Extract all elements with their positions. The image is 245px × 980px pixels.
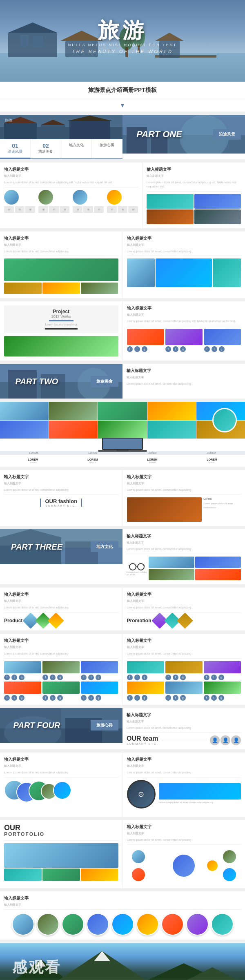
slide-part-four: PART FOUR 旅游心得 输入标题文字 输入副题文字 Lorem ipsum… — [0, 708, 245, 749]
fashion-left-title: 输入标题文字 — [4, 474, 118, 480]
col-left-landscape: 输入标题文字 输入副题文字 Lorem ipsum dolor sit amet… — [0, 232, 123, 298]
grid-photo-4 — [194, 209, 241, 224]
social-icon-1: f — [127, 346, 133, 352]
part-four-right: 输入标题文字 输入副题文字 Lorem ipsum dolor sit amet… — [122, 708, 245, 749]
part-four-right-title: 输入标题文字 — [127, 712, 241, 718]
sg2-s7: f — [204, 675, 209, 680]
watch-info-text: Lorem ipsum dolor sit amet consectetur a… — [159, 801, 241, 805]
grid-photo-3 — [147, 209, 194, 224]
project-bar — [49, 320, 74, 321]
diamond-6 — [177, 612, 193, 629]
slide-collage: LOREM LOREM LOREM LOREM LOREM ipsum LORE… — [0, 402, 245, 467]
social-icons-c: f t g — [204, 346, 241, 352]
big-circle-3 — [62, 913, 84, 935]
collage-4 — [147, 402, 196, 420]
mountain-right-text: Lorem ipsum dolor sit amet, consectetur … — [127, 771, 241, 775]
col-right-photos: 输入标题文字 输入副题文字 Lorem ipsum dolor sit amet… — [143, 163, 245, 228]
lorem-text-colosseum: Lorem — [203, 497, 241, 500]
sg2-s1: f — [127, 675, 133, 680]
sg2-social-4: f t g — [127, 695, 164, 701]
icon-box-12: ⊞ — [128, 206, 138, 213]
sg2-social-1: f t g — [127, 675, 164, 680]
social-grid-right: 输入标题文字 输入副题文字 Lorem ipsum dolor sit amet… — [123, 634, 245, 705]
social-icon-7: f — [204, 346, 210, 352]
sg-photo-2 — [42, 661, 80, 673]
sg-s11: t — [11, 695, 17, 701]
sg-s14: t — [50, 695, 56, 701]
team-person-icons: 👤 👤 👤 — [210, 735, 241, 745]
label-c-sub: ipsum — [147, 461, 157, 463]
nav-tab-2[interactable]: 02 旅途美食 — [31, 139, 61, 158]
sg-item-1: f t g — [4, 661, 41, 680]
social-icon-4: f — [165, 346, 171, 352]
collage-label-4: LOREM — [207, 452, 216, 454]
social-icon-9: g — [219, 346, 225, 352]
sg2-s4: f — [165, 675, 171, 680]
svg-rect-21 — [69, 121, 110, 139]
sg2-s9: g — [218, 675, 224, 680]
tab-label-3: 地方文化 — [69, 143, 84, 147]
icon-box-6: ⊞ — [60, 206, 69, 213]
nav-tab-4[interactable]: 旅游心得 — [92, 139, 122, 158]
big-circle-7 — [161, 913, 184, 935]
landscape-left-title: 输入标题文字 — [4, 236, 118, 241]
sg2-photo-6 — [204, 682, 241, 694]
collage-bottom-labels: LOREM ipsum LOREM ipsum LOREM ipsum LORE… — [0, 455, 245, 467]
diamond-3 — [48, 612, 65, 629]
slide-social-grid: 输入标题文字 输入副题文字 Lorem ipsum dolor sit amet… — [0, 634, 245, 705]
icon-box-4: ⊞ — [38, 206, 48, 213]
lorem-ipsum-label: Lorem ipsum dolor sit amet — [127, 571, 147, 576]
part-three-right-subtitle: 输入副题文字 — [127, 541, 241, 545]
label-d-sub: ipsum — [207, 461, 217, 463]
right-section-title: 输入标题文字 — [147, 167, 241, 172]
collage-6 — [0, 421, 49, 439]
sg-item-2: f t g — [42, 661, 80, 680]
social-right-text: Lorem ipsum dolor sit amet, consectetur … — [127, 652, 241, 656]
part-three-photo-2 — [195, 557, 241, 568]
eyeglasses-icon — [129, 561, 145, 571]
product-left: 输入标题文字 输入副题文字 Lorem ipsum dolor sit amet… — [0, 588, 123, 630]
label-a: LOREM — [28, 458, 38, 461]
part-two-right-text: Lorem ipsum dolor sit amet, consectetur … — [127, 382, 241, 386]
sg-social-5: f t g — [42, 695, 80, 701]
main-title-bar: 旅游景点介绍画册PPT模板 — [0, 82, 245, 99]
portfolio-subtitle: PORTOFOLIO — [4, 831, 118, 837]
sg-s9: g — [96, 675, 101, 680]
portfolio-photo-sm2 — [42, 869, 80, 881]
part-three-right-title: 输入标题文字 — [127, 533, 241, 539]
sg2-item-5: f t g — [165, 682, 203, 701]
colosseum-photo — [127, 497, 202, 522]
mountain-left-title: 输入标题文字 — [4, 757, 118, 762]
icon-box-9: ⊞ — [94, 206, 104, 213]
part-two-right: 输入标题文字 输入副题文字 Lorem ipsum dolor sit amet… — [122, 364, 245, 399]
circles-grid — [4, 913, 241, 935]
social-icon-2: t — [134, 346, 140, 352]
slide-mountain-photos: 输入标题文字 输入副题文字 Lorem ipsum dolor sit amet… — [0, 753, 245, 817]
sg-s12: g — [19, 695, 24, 701]
svg-line-45 — [129, 565, 129, 567]
slide-title-circles: 输入标题文字 输入副题文字 — [0, 891, 245, 940]
collage-3 — [98, 402, 147, 420]
our-team-subtitle: SUMMARY ETC. — [127, 742, 158, 745]
project-photo — [4, 336, 118, 356]
collage-2 — [49, 402, 98, 420]
nav-tab-3[interactable]: 地方文化 — [61, 139, 92, 158]
left-section-title: 输入标题文字 — [4, 167, 138, 172]
our-fashion-title: OUR fashion — [45, 498, 77, 504]
sg2-social-5: f t g — [165, 695, 203, 701]
slide-part-three: PART THREE 地方文化 输入标题文字 输入副题文字 Lorem ipsu… — [0, 529, 245, 584]
project-desc: Lorem ipsum consectetur — [7, 323, 115, 326]
sg2-s14: t — [173, 695, 178, 701]
social-icon-8: t — [212, 346, 217, 352]
big-circle-4 — [87, 913, 109, 935]
mountain-right: 输入标题文字 输入副题文字 Lorem ipsum dolor sit amet… — [123, 753, 245, 817]
sg-s13: f — [42, 695, 48, 701]
part-three-right-text: Lorem ipsum dolor sit amet, consectetur … — [127, 547, 241, 551]
portfolio-right-text: Lorem ipsum dolor sit amet, consectetur … — [127, 838, 241, 842]
project-title: Project — [7, 309, 115, 314]
big-circle-6 — [136, 913, 159, 935]
icon-box-1: ⊞ — [4, 206, 14, 213]
nav-tab-1[interactable]: 01 沿途风景 — [0, 139, 31, 158]
main-title-text: 旅游景点介绍画册PPT模板 — [88, 87, 156, 93]
grid-photo-2 — [194, 194, 241, 209]
